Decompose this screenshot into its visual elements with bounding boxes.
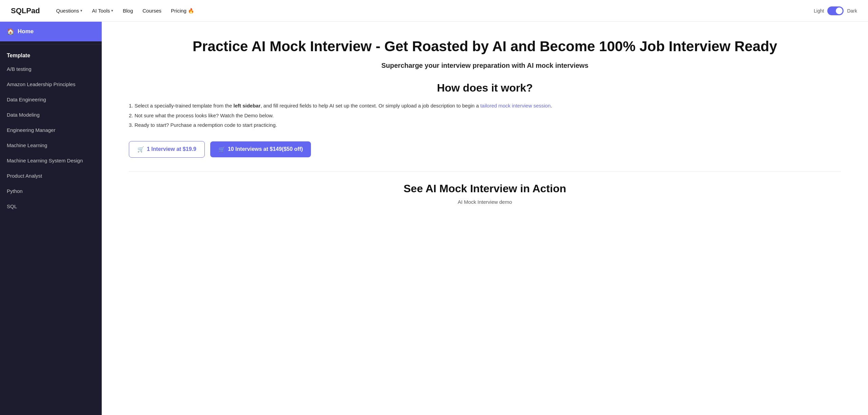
buy-1-interview-button[interactable]: 🛒 1 Interview at $19.9 <box>129 141 205 158</box>
nav-links: Questions ▾ AI Tools ▾ Blog Courses Pric… <box>56 8 803 14</box>
chevron-down-icon: ▾ <box>80 8 82 13</box>
home-icon: 🏠 <box>7 28 14 35</box>
step-3: 3. Ready to start? Purchase a redemption… <box>129 120 841 130</box>
section-divider <box>129 171 841 172</box>
sidebar-item-amazon-leadership[interactable]: Amazon Leadership Principles <box>0 77 102 92</box>
dark-label: Dark <box>847 8 857 14</box>
sidebar-item-machine-learning[interactable]: Machine Learning <box>0 138 102 153</box>
sidebar-item-ab-testing[interactable]: A/B testing <box>0 61 102 77</box>
sidebar-item-data-modeling[interactable]: Data Modeling <box>0 107 102 122</box>
nav-blog[interactable]: Blog <box>123 8 133 14</box>
nav-ai-tools[interactable]: AI Tools ▾ <box>92 8 113 14</box>
step-2: 2. Not sure what the process looks like?… <box>129 111 841 121</box>
step-1: 1. Select a specially-trained template f… <box>129 101 841 111</box>
sidebar-home[interactable]: 🏠 Home <box>0 22 102 41</box>
how-steps: 1. Select a specially-trained template f… <box>129 101 841 130</box>
how-does-it-work-title: How does it work? <box>129 82 841 94</box>
sidebar-divider <box>0 44 102 44</box>
sidebar-item-engineering-manager[interactable]: Engineering Manager <box>0 122 102 138</box>
sidebar-home-label: Home <box>18 28 34 35</box>
price-1: $19.9 <box>183 146 196 152</box>
sidebar-template-label: Template <box>0 47 102 61</box>
tailored-session-link[interactable]: tailored mock interview session <box>480 103 551 108</box>
sidebar-item-python[interactable]: Python <box>0 183 102 199</box>
demo-section-sub: AI Mock Interview demo <box>129 199 841 205</box>
hero-title: Practice AI Mock Interview - Get Roasted… <box>129 38 841 55</box>
sidebar: 🏠 Home Template A/B testing Amazon Leade… <box>0 22 102 415</box>
layout: 🏠 Home Template A/B testing Amazon Leade… <box>0 22 868 415</box>
site-logo[interactable]: SQLPad <box>11 6 40 15</box>
price-10: $149($50 off) <box>270 146 303 152</box>
demo-section-title: See AI Mock Interview in Action <box>129 182 841 195</box>
sidebar-item-data-engineering[interactable]: Data Engineering <box>0 92 102 107</box>
nav-questions[interactable]: Questions ▾ <box>56 8 83 14</box>
nav-pricing[interactable]: Pricing 🔥 <box>171 8 194 14</box>
cart-icon-2: 🛒 <box>218 146 225 153</box>
main-content: Practice AI Mock Interview - Get Roasted… <box>102 22 868 415</box>
nav-courses[interactable]: Courses <box>142 8 161 14</box>
chevron-down-icon: ▾ <box>111 8 113 13</box>
sidebar-item-sql[interactable]: SQL <box>0 199 102 214</box>
cart-icon: 🛒 <box>137 146 144 153</box>
theme-toggle: Light Dark <box>814 6 857 15</box>
sidebar-item-ml-system-design[interactable]: Machine Learning System Design <box>0 153 102 168</box>
light-label: Light <box>814 8 824 14</box>
theme-toggle-switch[interactable] <box>827 6 844 15</box>
buy-10-interviews-button[interactable]: 🛒 10 Interviews at $149($50 off) <box>210 141 311 157</box>
navbar: SQLPad Questions ▾ AI Tools ▾ Blog Cours… <box>0 0 868 22</box>
sidebar-item-product-analyst[interactable]: Product Analyst <box>0 168 102 183</box>
hero-subtitle: Supercharge your interview preparation w… <box>129 62 841 70</box>
cta-row: 🛒 1 Interview at $19.9 🛒 10 Interviews a… <box>129 141 841 158</box>
